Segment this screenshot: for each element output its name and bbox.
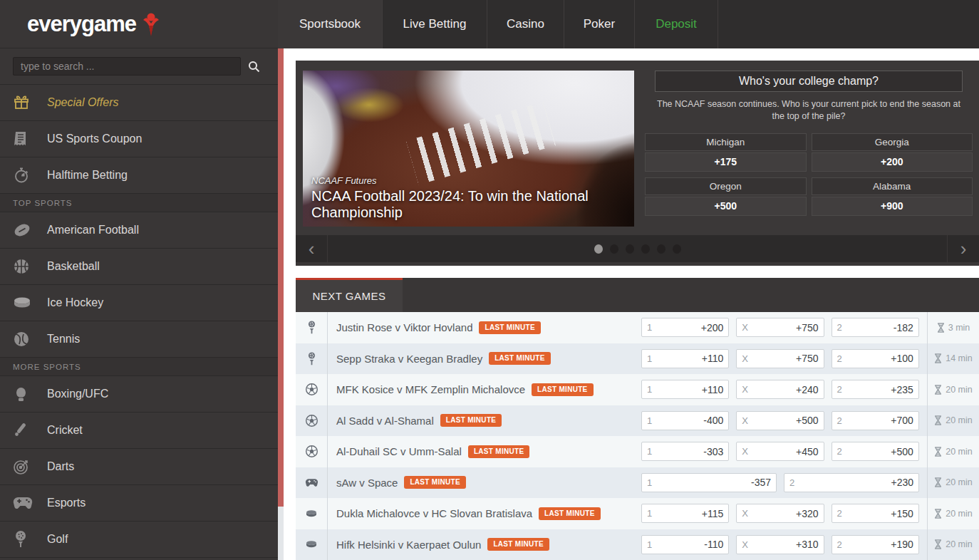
football-laces-art	[406, 102, 556, 185]
match-link[interactable]: Dukla Michalovce v HC Slovan Bratislava …	[328, 507, 638, 520]
odds-label: X	[742, 322, 748, 333]
tab-deposit[interactable]: Deposit	[635, 0, 718, 48]
next-games-header: NEXT GAMES	[296, 278, 979, 312]
match-name: MFK Kosice v MFK Zemplin Michalovce	[336, 383, 525, 395]
team-odds-button[interactable]: +175	[645, 152, 807, 172]
odds-button[interactable]: 2+700	[832, 411, 919, 430]
odds-button[interactable]: 2+235	[832, 380, 919, 399]
tab-casino[interactable]: Casino	[487, 0, 564, 48]
sidebar-item-label: Halftime Betting	[47, 169, 128, 182]
odds-label: 2	[837, 322, 842, 333]
odds-button[interactable]: X+240	[736, 380, 824, 399]
sidebar-item-ice-hockey[interactable]: Ice Hockey	[0, 285, 278, 321]
odds-button[interactable]: X+500	[736, 411, 824, 430]
sidebar-item-label: Darts	[47, 460, 74, 473]
odds-button[interactable]: 2+230	[784, 473, 919, 492]
search-icon[interactable]	[241, 57, 266, 76]
sidebar-item-cricket[interactable]: Cricket	[0, 413, 278, 449]
sidebar-scrollbar-thumb[interactable]	[278, 48, 284, 507]
sidebar-item-esports[interactable]: Esports	[0, 485, 278, 522]
odds-button[interactable]: 2+100	[832, 349, 919, 368]
odds-button[interactable]: 1+110	[641, 380, 729, 399]
odds-button[interactable]: 1+115	[641, 504, 729, 523]
odds-button[interactable]: X+750	[736, 318, 824, 337]
hourglass-icon	[934, 447, 942, 457]
odds-button[interactable]: 1-357	[641, 473, 777, 492]
table-row: Hifk Helsinki v Kaerpaet Oulun LAST MINU…	[296, 529, 979, 560]
carousel-dot[interactable]	[610, 244, 618, 254]
odds-button[interactable]: 2-182	[832, 318, 919, 337]
sidebar-item-special-offers[interactable]: Special Offers	[0, 85, 278, 121]
odds-button[interactable]: X+750	[736, 349, 824, 368]
sidebar-item-darts[interactable]: Darts	[0, 449, 278, 485]
logo[interactable]: everygame	[0, 0, 278, 48]
odds-button[interactable]: 2+150	[832, 504, 919, 523]
sidebar-item-american-football[interactable]: American Football	[0, 212, 278, 249]
sidebar-item-us-sports-coupon[interactable]: US Sports Coupon	[0, 121, 278, 157]
odds-button[interactable]: X+320	[736, 504, 824, 523]
carousel-next-icon[interactable]: ›	[947, 235, 979, 262]
last-minute-badge: LAST MINUTE	[440, 414, 502, 427]
match-link[interactable]: Sepp Straka v Keegan Bradley LAST MINUTE	[328, 352, 638, 365]
start-time: 20 min	[927, 436, 979, 467]
sidebar-item-label: Special Offers	[47, 96, 118, 109]
odds-value: +200	[701, 322, 724, 333]
odds-group: 1+115X+3202+150	[638, 504, 927, 523]
sidebar-item-golf[interactable]: Golf	[0, 522, 278, 558]
odds-button[interactable]: X+310	[736, 535, 824, 554]
gift-icon	[13, 93, 37, 112]
match-link[interactable]: Justin Rose v Viktor Hovland LAST MINUTE	[328, 321, 638, 334]
team-odds-button[interactable]: +900	[812, 197, 973, 216]
top-nav: Sportsbook Live Betting Casino Poker Dep…	[278, 0, 979, 48]
match-link[interactable]: Al-Duhail SC v Umm-Salal LAST MINUTE	[328, 445, 638, 458]
promo-team: Alabama +900	[812, 177, 973, 216]
tab-next-games[interactable]: NEXT GAMES	[296, 278, 403, 312]
odds-label: 1	[647, 322, 652, 333]
odds-button[interactable]: 1+200	[641, 318, 729, 337]
carousel-dot[interactable]	[626, 244, 634, 254]
sidebar-item-boxing-ufc[interactable]: Boxing/UFC	[0, 376, 278, 413]
odds-button[interactable]: 2+500	[832, 442, 919, 461]
banner-image[interactable]: NCAAF Futures NCAA Football 2023/24: To …	[303, 71, 634, 227]
carousel-dot[interactable]	[657, 244, 665, 254]
sidebar-scrollbar[interactable]	[278, 48, 284, 560]
table-row: Sepp Straka v Keegan Bradley LAST MINUTE…	[296, 343, 979, 375]
match-link[interactable]: MFK Kosice v MFK Zemplin Michalovce LAST…	[328, 383, 638, 396]
sidebar-item-basketball[interactable]: Basketball	[0, 249, 278, 285]
odds-button[interactable]: 1+110	[641, 349, 729, 368]
team-odds-button[interactable]: +200	[812, 152, 973, 172]
carousel-dot[interactable]	[594, 244, 603, 254]
team-name: Alabama	[812, 177, 973, 195]
carousel-dot[interactable]	[673, 244, 681, 254]
match-link[interactable]: sAw v Space LAST MINUTE	[328, 476, 638, 489]
game-controller-icon	[13, 494, 37, 512]
tab-poker[interactable]: Poker	[564, 0, 635, 48]
golf-icon	[307, 321, 316, 334]
odds-value: -400	[703, 415, 723, 426]
sidebar-item-label: Esports	[47, 497, 86, 509]
time-text: 3 min	[948, 323, 970, 333]
stopwatch-icon	[13, 166, 37, 185]
search-input[interactable]	[13, 57, 241, 76]
tab-live-betting[interactable]: Live Betting	[383, 0, 487, 48]
tab-sportsbook[interactable]: Sportsbook	[278, 0, 383, 48]
odds-label: 1	[647, 353, 652, 364]
odds-button[interactable]: 1-110	[641, 535, 729, 554]
team-odds-button[interactable]: +500	[645, 197, 807, 216]
start-time: 20 min	[927, 374, 979, 405]
cricket-bat-icon	[13, 421, 37, 440]
odds-button[interactable]: 1-303	[641, 442, 729, 461]
next-games-table: Justin Rose v Viktor Hovland LAST MINUTE…	[296, 312, 979, 560]
match-link[interactable]: Al Sadd v Al-Shamal LAST MINUTE	[328, 414, 638, 427]
odds-label: 1	[647, 539, 652, 550]
carousel-dot[interactable]	[641, 244, 650, 254]
carousel-prev-icon[interactable]: ‹	[296, 235, 328, 262]
time-text: 20 min	[946, 509, 973, 519]
start-time: 20 min	[927, 498, 979, 529]
odds-button[interactable]: X+450	[736, 442, 824, 461]
match-link[interactable]: Hifk Helsinki v Kaerpaet Oulun LAST MINU…	[328, 538, 638, 551]
odds-button[interactable]: 1-400	[641, 411, 729, 430]
sidebar-item-tennis[interactable]: Tennis	[0, 321, 278, 358]
sidebar-item-halftime-betting[interactable]: Halftime Betting	[0, 157, 278, 194]
odds-button[interactable]: 2+190	[832, 535, 919, 554]
